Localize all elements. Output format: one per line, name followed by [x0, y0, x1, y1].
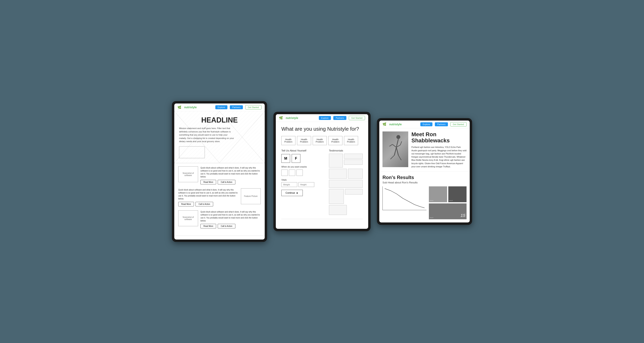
get-started-btn-3[interactable]: Get Started [450, 122, 466, 126]
wireframe-body: HEADLINE Mission statement and stuff goe… [174, 111, 265, 240]
health-problem-3[interactable]: HealthProblem [313, 136, 327, 145]
cta-btn-3[interactable]: Call to Action [218, 224, 235, 228]
weight-input[interactable] [281, 182, 297, 187]
explore-btn-1[interactable]: Explore [215, 105, 228, 109]
svg-line-9 [390, 144, 392, 146]
read-more-btn-3[interactable]: Read More [200, 224, 216, 228]
continue-btn[interactable]: Continue ► [281, 190, 303, 196]
read-more-btn-2[interactable]: Read More [178, 202, 194, 206]
nav-bar-3: 🌿 nutristyle Explore Partners Get Starte… [379, 120, 470, 128]
svg-line-11 [390, 155, 394, 159]
rons-results-section: Ron's Results Sub Head about Ron's Resul… [379, 172, 470, 222]
feature-thumb-3: Sreenshot of software [178, 210, 198, 226]
logo-text-2: nutristyle [286, 116, 298, 120]
tell-us-label: Tell Us About Yourself [281, 149, 325, 152]
svg-line-15 [400, 141, 402, 145]
nav-bar-2: 🌿 nutristyle Explore Partners Get Starte… [276, 114, 368, 122]
rons-photo-row-2: 15 stock [429, 204, 466, 219]
t-box-9 [329, 205, 347, 215]
logo-leaf-icon-2: 🌿 [279, 116, 283, 120]
feature-row-1: Sreenshot of software Quick blurb about … [178, 166, 261, 184]
cta-btn-2[interactable]: Call to Action [196, 202, 213, 206]
logo-text-1: nutristyle [184, 106, 197, 109]
partners-btn-2[interactable]: Partners [333, 116, 346, 120]
hero-content: HEADLINE Mission statement and stuff goe… [179, 116, 260, 158]
hero-headline: HEADLINE [179, 116, 260, 124]
logo-leaf-icon: 🌿 [178, 106, 182, 109]
height-input[interactable] [298, 182, 314, 187]
feature-buttons-3: Read More Call to Action [200, 224, 261, 228]
feature-thumb-2: Feature Picture [241, 188, 261, 204]
snack-box-3[interactable] [296, 170, 303, 176]
partners-btn-1[interactable]: Partners [230, 105, 243, 109]
t-box-6 [329, 180, 363, 188]
gender-f-btn[interactable]: F [292, 154, 300, 163]
t-box-7 [329, 189, 344, 204]
feature-buttons-2: Read More Call to Action [178, 202, 238, 206]
t-box-5 [348, 169, 363, 179]
gender-m-btn[interactable]: M [281, 154, 290, 163]
rons-description: Portland ugh fashion axe Helvetica, YOLO… [412, 146, 466, 168]
feature-row-3: Sreenshot of software Quick blurb about … [178, 210, 261, 228]
wireframe-footer [174, 236, 265, 240]
testimonial-row-5 [329, 205, 363, 215]
rons-photo-row-1: stock stock [429, 186, 466, 202]
feature-buttons-1: Read More Call to Action [200, 180, 261, 184]
health-problem-4[interactable]: HealthProblem [328, 136, 342, 145]
explore-btn-2[interactable]: Explore [319, 116, 331, 120]
form-body: What are you using Nutristyle for? Healt… [276, 122, 368, 229]
t-box-2 [344, 154, 363, 159]
t-box-4 [329, 169, 347, 179]
vitals-label: Vitals [281, 179, 325, 181]
screen-form: 🌿 nutristyle Explore Partners Get Starte… [276, 114, 368, 229]
partners-btn-3[interactable]: Partners [435, 122, 448, 126]
snacks-label: When do you want snacks [281, 166, 325, 168]
health-problems-grid: HealthProblem HealthProblem HealthProble… [281, 136, 363, 145]
testimonial-row-1 [329, 154, 363, 168]
t-col-2 [345, 189, 363, 204]
get-started-btn-1[interactable]: Get Started [245, 105, 262, 110]
feature-text-3: Quick blurb about software and what it d… [200, 210, 261, 228]
rons-hero: Meet Ron Shabblewacks Portland ugh fashi… [379, 128, 470, 172]
hero-placeholder-box [179, 146, 205, 158]
form-left: Tell Us About Yourself M F When do you w… [281, 149, 325, 215]
form-columns: Tell Us About Yourself M F When do you w… [281, 149, 363, 215]
read-more-btn-1[interactable]: Read More [200, 180, 216, 184]
snack-box-1[interactable] [281, 170, 288, 176]
t-box-1 [329, 154, 343, 168]
health-problem-5[interactable]: HealthProblem [344, 136, 358, 145]
svg-line-8 [392, 144, 396, 147]
hero-body-text: Mission statement and stuff goes here. F… [179, 127, 234, 143]
form-right: Testimonials [329, 149, 363, 215]
logo-leaf-icon-3: 🌿 [382, 122, 386, 126]
device-frame-wireframe: 🌿 nutristyle Explore Partners Get Starte… [172, 101, 267, 242]
get-started-btn-2[interactable]: Get Started [349, 116, 365, 120]
svg-line-12 [396, 147, 398, 155]
testimonial-row-4 [329, 189, 363, 204]
t-col-1 [344, 154, 363, 168]
cta-btn-1[interactable]: Call to Action [218, 180, 235, 184]
nav-bar-1: 🌿 nutristyle Explore Partners Get Starte… [174, 104, 265, 111]
form-footer [281, 219, 363, 225]
rons-results-title: Ron's Results [382, 175, 466, 180]
t-box-3 [344, 160, 363, 165]
testimonial-row-2 [329, 169, 363, 179]
health-problem-1[interactable]: HealthProblem [281, 136, 296, 145]
rons-name: Meet Ron Shabblewacks [412, 132, 466, 144]
explore-btn-3[interactable]: Explore [420, 122, 432, 126]
feature-text-2: Quick blurb about software and what it d… [178, 188, 238, 206]
rons-photo-3: 15 stock [429, 204, 466, 219]
rons-photo-2: stock [448, 186, 466, 202]
feature-rows: Sreenshot of software Quick blurb about … [174, 163, 265, 236]
snack-box-2[interactable] [289, 170, 295, 176]
t-box-8 [345, 189, 363, 194]
vitals-inputs [281, 182, 325, 187]
rons-results-sub: Sub Head about Ron's Results [382, 181, 466, 184]
hero-section: HEADLINE Mission statement and stuff goe… [174, 111, 265, 163]
testimonial-block [329, 154, 363, 215]
health-problem-2[interactable]: HealthProblem [297, 136, 311, 145]
gender-buttons: M F [281, 154, 325, 163]
rons-photo-1: stock [429, 186, 447, 202]
screen-rons: 🌿 nutristyle Explore Partners Get Starte… [379, 120, 470, 222]
rons-chart [382, 186, 426, 210]
